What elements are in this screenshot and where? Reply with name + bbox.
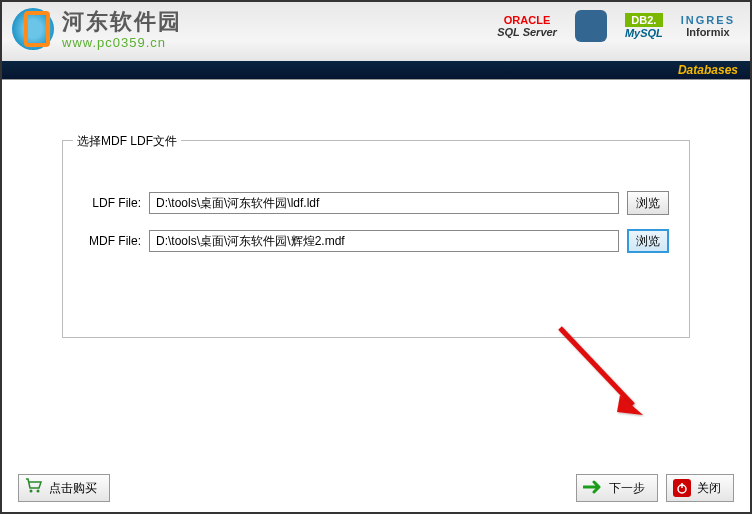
buy-button[interactable]: 点击购买 <box>18 474 110 502</box>
svg-point-1 <box>37 490 40 493</box>
sqlserver-logo: SQL Server <box>497 26 557 38</box>
ingres-logo: INGRES <box>681 14 735 26</box>
logo-title: 河东软件园 <box>62 7 182 37</box>
power-icon <box>673 479 691 497</box>
databases-label: Databases <box>2 61 750 79</box>
ldf-row: LDF File: 浏览 <box>83 191 669 215</box>
close-button-label: 关闭 <box>697 480 721 497</box>
site-logo: 河东软件园 www.pc0359.cn <box>12 7 182 50</box>
postgres-logo <box>575 10 607 42</box>
mdf-file-input[interactable] <box>149 230 619 252</box>
fieldset-legend: 选择MDF LDF文件 <box>73 133 181 150</box>
header-banner: 河东软件园 www.pc0359.cn ORACLE SQL Server DB… <box>2 2 750 80</box>
mdf-row: MDF File: 浏览 <box>83 229 669 253</box>
arrow-right-icon <box>583 478 603 499</box>
cart-icon <box>25 478 43 498</box>
close-button[interactable]: 关闭 <box>666 474 734 502</box>
mysql-logo: MySQL <box>625 27 663 39</box>
ldf-label: LDF File: <box>83 196 141 210</box>
next-button-label: 下一步 <box>609 480 645 497</box>
buy-button-label: 点击购买 <box>49 480 97 497</box>
ldf-file-input[interactable] <box>149 192 619 214</box>
next-button[interactable]: 下一步 <box>576 474 658 502</box>
svg-point-0 <box>30 490 33 493</box>
db2-logo: DB2. <box>625 13 663 27</box>
footer-bar: 点击购买 下一步 关闭 <box>0 474 752 502</box>
logo-url: www.pc0359.cn <box>62 35 182 50</box>
file-select-fieldset: 选择MDF LDF文件 LDF File: 浏览 MDF File: 浏览 <box>62 140 690 338</box>
brand-logos: ORACLE SQL Server DB2. MySQL INGRES Info… <box>497 10 735 42</box>
oracle-logo: ORACLE <box>497 14 557 26</box>
informix-logo: Informix <box>681 26 735 38</box>
mdf-browse-button[interactable]: 浏览 <box>627 229 669 253</box>
ldf-browse-button[interactable]: 浏览 <box>627 191 669 215</box>
mdf-label: MDF File: <box>83 234 141 248</box>
main-content: 选择MDF LDF文件 LDF File: 浏览 MDF File: 浏览 <box>2 80 750 460</box>
logo-icon <box>12 8 54 50</box>
